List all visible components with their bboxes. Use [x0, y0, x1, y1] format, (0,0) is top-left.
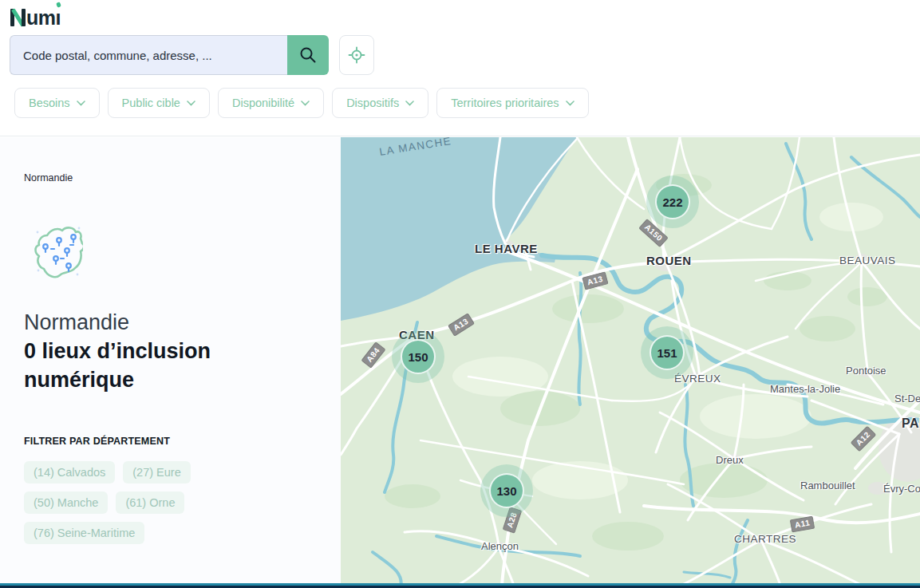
city-label-evry: Évry-Courcouronnes	[883, 483, 920, 495]
cluster-count: 222	[655, 184, 690, 219]
search-button[interactable]	[287, 35, 329, 75]
app-logo[interactable]: umı	[10, 6, 61, 26]
city-label-st-denis: St-Denis	[894, 393, 920, 404]
crosshair-target-icon	[348, 46, 365, 64]
chevron-down-icon	[77, 101, 85, 106]
filter-besoins[interactable]: Besoins	[14, 88, 100, 118]
city-label-alencon: Alençon	[481, 540, 519, 552]
filter-label: Public cible	[122, 97, 180, 109]
chip-orne[interactable]: (61) Orne	[116, 491, 184, 514]
cluster-marker-150[interactable]: 150	[392, 330, 444, 383]
city-label-paris: PARIS	[902, 416, 920, 431]
filter-territoires-prioritaires[interactable]: Territoires prioritaires	[436, 88, 588, 118]
city-label-pontoise: Pontoise	[846, 365, 886, 377]
breadcrumb: Normandie	[24, 172, 317, 184]
chevron-down-icon	[187, 101, 195, 106]
filter-label: Besoins	[29, 97, 70, 109]
city-label-dreux: Dreux	[716, 454, 744, 466]
cluster-marker-222[interactable]: 222	[646, 176, 699, 228]
chevron-down-icon	[566, 101, 575, 106]
header: umı	[0, 0, 920, 136]
filter-dispositifs[interactable]: Dispositifs	[332, 88, 428, 118]
filter-public-cible[interactable]: Public cible	[108, 88, 210, 118]
chip-calvados[interactable]: (14) Calvados	[24, 461, 115, 483]
city-label-beauvais: BEAUVAIS	[839, 255, 896, 266]
department-chip-list: (14) Calvados (27) Eure (50) Manche (61)…	[24, 461, 263, 544]
cluster-count: 150	[401, 339, 436, 374]
chevron-down-icon	[301, 101, 310, 106]
france-map-icon	[32, 223, 317, 282]
filter-label: Dispositifs	[346, 97, 399, 109]
region-count: 0 lieux d’inclusion numérique	[24, 337, 247, 394]
cluster-marker-130[interactable]: 130	[480, 464, 533, 517]
cluster-count: 151	[650, 335, 685, 370]
cluster-marker-151[interactable]: 151	[641, 326, 693, 379]
search-input[interactable]	[10, 35, 287, 75]
chip-eure[interactable]: (27) Eure	[123, 461, 190, 483]
chip-manche[interactable]: (50) Manche	[24, 491, 108, 514]
city-label-rambouillet: Rambouillet	[800, 479, 855, 491]
filter-bar: Besoins Public cible Disponibilité Dispo…	[14, 88, 589, 118]
search-bar	[10, 35, 374, 75]
city-label-le-havre: LE HAVRE	[475, 242, 538, 255]
geolocate-button[interactable]	[339, 35, 374, 75]
search-icon	[298, 45, 318, 65]
map-canvas[interactable]: LA MANCHE A150 A13 A13 A84 A28 A12 A11 L…	[341, 137, 920, 588]
cluster-count: 130	[489, 473, 524, 508]
region-title: Normandie	[24, 309, 317, 337]
filter-label: Territoires prioritaires	[451, 97, 559, 109]
city-label-mantes-la-jolie: Mantes-la-Jolie	[770, 383, 840, 395]
chip-seine-maritime[interactable]: (76) Seine-Maritime	[24, 522, 144, 544]
department-filter-label: FILTRER PAR DÉPARTEMENT	[24, 436, 317, 447]
filter-label: Disponibilité	[232, 97, 294, 109]
logo-wordmark: umı	[26, 9, 61, 26]
footer-top-edge	[0, 583, 920, 588]
sidebar-panel: Normandie Normandie 0 lieux d’inclusion …	[0, 137, 341, 588]
filter-disponibilite[interactable]: Disponibilité	[218, 88, 324, 118]
city-label-chartres: CHARTRES	[734, 533, 796, 545]
logo-letter-n	[10, 9, 26, 26]
chevron-down-icon	[405, 101, 414, 106]
city-label-rouen: ROUEN	[646, 254, 692, 267]
